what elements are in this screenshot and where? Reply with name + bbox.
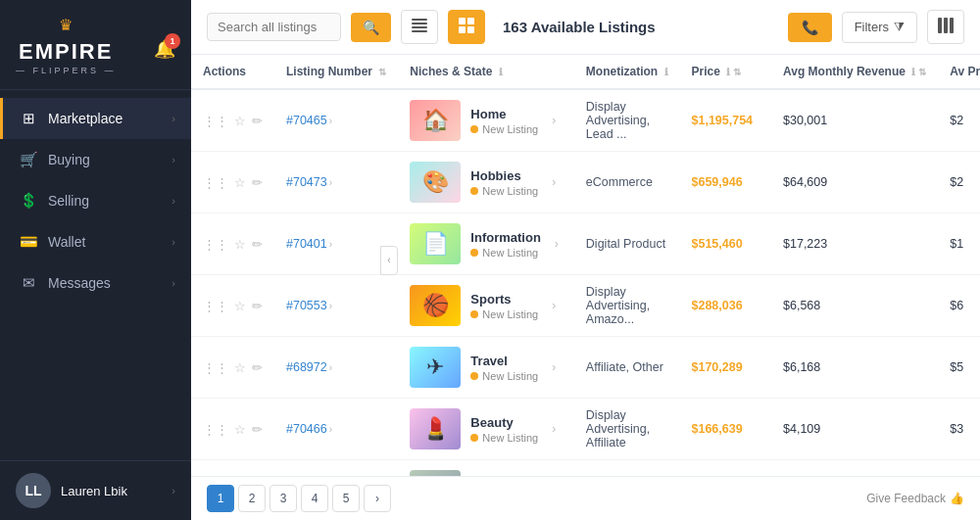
edit-icon[interactable]: ✏: [252, 422, 263, 437]
search-input[interactable]: [218, 20, 330, 34]
star-icon[interactable]: ☆: [234, 360, 246, 375]
niche-info: Travel New Listing: [470, 354, 538, 382]
page-5-button[interactable]: 5: [332, 485, 360, 512]
list-view-button[interactable]: [401, 10, 438, 44]
edit-icon[interactable]: ✏: [252, 114, 263, 128]
listing-number[interactable]: #70466›: [286, 422, 332, 436]
page-4-button[interactable]: 4: [301, 485, 328, 512]
star-icon[interactable]: ☆: [234, 422, 246, 437]
avg-revenue-cell: $30,001: [771, 89, 938, 152]
monetization-cell: Affiliate, Other: [574, 337, 680, 399]
page-3-button[interactable]: 3: [270, 485, 297, 512]
edit-icon[interactable]: ✏: [252, 175, 263, 190]
sidebar-item-buying[interactable]: 🛒 Buying ›: [0, 139, 191, 180]
edit-icon[interactable]: ✏: [252, 360, 263, 375]
niche-badge: New Listing: [470, 308, 538, 320]
drag-icon[interactable]: ⋮⋮: [203, 114, 228, 128]
listing-number[interactable]: #70465›: [286, 114, 332, 127]
drag-icon[interactable]: ⋮⋮: [203, 360, 228, 375]
grid-view-button[interactable]: [448, 10, 485, 44]
table-row: ⋮⋮ ☆ ✏ #70465› 🏠 Home New Listing ›: [191, 89, 980, 152]
edit-icon[interactable]: ✏: [252, 299, 263, 313]
edit-icon[interactable]: ✏: [252, 237, 263, 252]
badge-dot: [470, 372, 478, 380]
star-icon[interactable]: ☆: [234, 114, 246, 128]
row-actions: ⋮⋮ ☆ ✏: [203, 299, 263, 313]
svg-rect-6: [459, 26, 466, 33]
expand-button[interactable]: ›: [548, 299, 560, 312]
sidebar-item-label: Buying: [48, 152, 172, 167]
listing-number[interactable]: #68972›: [286, 360, 332, 374]
filter-icon: ⧩: [894, 20, 905, 35]
niche-badge: New Listing: [470, 185, 538, 197]
niche-badge: New Listing: [470, 247, 541, 259]
user-chevron-icon: ›: [172, 485, 175, 496]
listing-number[interactable]: #70473›: [286, 175, 332, 189]
sidebar-item-label: Messages: [48, 275, 172, 291]
page-1-button[interactable]: 1: [207, 485, 234, 512]
niche-thumbnail: 🏠: [410, 100, 461, 141]
listing-number[interactable]: #70401›: [286, 237, 332, 251]
monetization-cell: Display Advertising, Amazo...: [574, 275, 680, 337]
niche-badge: New Listing: [470, 123, 538, 135]
search-wrapper: [207, 13, 341, 41]
niche-thumbnail: ✈: [410, 347, 461, 388]
expand-button[interactable]: ›: [548, 422, 560, 436]
wallet-icon: 💳: [19, 232, 38, 252]
expand-button[interactable]: ›: [548, 114, 560, 127]
monetization-cell: Digital Product: [574, 213, 680, 275]
niche-name: Beauty: [470, 415, 538, 430]
badge-label: New Listing: [482, 432, 538, 444]
expand-button[interactable]: ›: [548, 175, 560, 189]
selling-icon: 💲: [19, 191, 38, 211]
col-header-actions: Actions: [191, 55, 274, 89]
badge-label: New Listing: [482, 308, 538, 320]
niche-info: Information New Listing: [470, 230, 541, 259]
page-2-button[interactable]: 2: [238, 485, 266, 512]
chevron-right-icon: ›: [172, 195, 175, 207]
search-button[interactable]: 🔍: [351, 13, 391, 42]
drag-icon[interactable]: ⋮⋮: [203, 237, 228, 252]
row-actions: ⋮⋮ ☆ ✏: [203, 114, 263, 128]
chevron-right-icon: ›: [172, 154, 175, 165]
table-wrapper: Actions Listing Number ⇅ Niches & State …: [191, 55, 980, 476]
niche-thumbnail: 💄: [410, 408, 461, 449]
sidebar-item-messages[interactable]: ✉ Messages ›: [0, 262, 191, 304]
niche-name: Sports: [470, 292, 538, 307]
row-actions: ⋮⋮ ☆ ✏: [203, 360, 263, 375]
notification-bell[interactable]: 🔔 1: [154, 38, 175, 60]
columns-button[interactable]: [927, 10, 964, 44]
expand-button[interactable]: ›: [548, 360, 560, 374]
expand-button[interactable]: ›: [551, 237, 563, 251]
row-actions: ⋮⋮ ☆ ✏: [203, 422, 263, 437]
sidebar-item-selling[interactable]: 💲 Selling ›: [0, 180, 191, 221]
listing-number[interactable]: #70553›: [286, 299, 332, 312]
drag-icon[interactable]: ⋮⋮: [203, 299, 228, 313]
feedback-button[interactable]: Give Feedback 👍: [866, 492, 964, 505]
user-name: Lauren Lbik: [61, 484, 162, 498]
avg-revenue-cell: $6,168: [771, 337, 938, 399]
svg-rect-10: [950, 18, 954, 33]
page-next-button[interactable]: ›: [364, 485, 391, 512]
star-icon[interactable]: ☆: [234, 237, 246, 252]
badge-dot: [470, 310, 478, 318]
collapse-sidebar-button[interactable]: ‹: [380, 246, 398, 275]
phone-button[interactable]: 📞: [788, 13, 832, 42]
filters-button[interactable]: Filters ⧩: [842, 12, 917, 43]
user-profile[interactable]: LL Lauren Lbik ›: [0, 460, 191, 520]
badge-label: New Listing: [482, 123, 538, 135]
avg-price-cell: $3: [938, 460, 980, 477]
drag-icon[interactable]: ⋮⋮: [203, 175, 228, 190]
sidebar-item-marketplace[interactable]: ⊞ Marketplace ›: [0, 98, 191, 139]
logo-flippers: — FLIPPERS —: [16, 66, 117, 75]
sidebar-nav: ⊞ Marketplace › 🛒 Buying › 💲 Selling › 💳…: [0, 90, 191, 460]
badge-dot: [470, 125, 478, 133]
star-icon[interactable]: ☆: [234, 299, 246, 313]
sidebar-item-wallet[interactable]: 💳 Wallet ›: [0, 221, 191, 262]
drag-icon[interactable]: ⋮⋮: [203, 422, 228, 437]
buying-icon: 🛒: [19, 150, 38, 169]
monetization-cell: Display Advertising, Affiliate: [574, 399, 680, 460]
feedback-label: Give Feedback: [866, 492, 946, 505]
avg-revenue-cell: $6,568: [771, 275, 938, 337]
star-icon[interactable]: ☆: [234, 175, 246, 190]
